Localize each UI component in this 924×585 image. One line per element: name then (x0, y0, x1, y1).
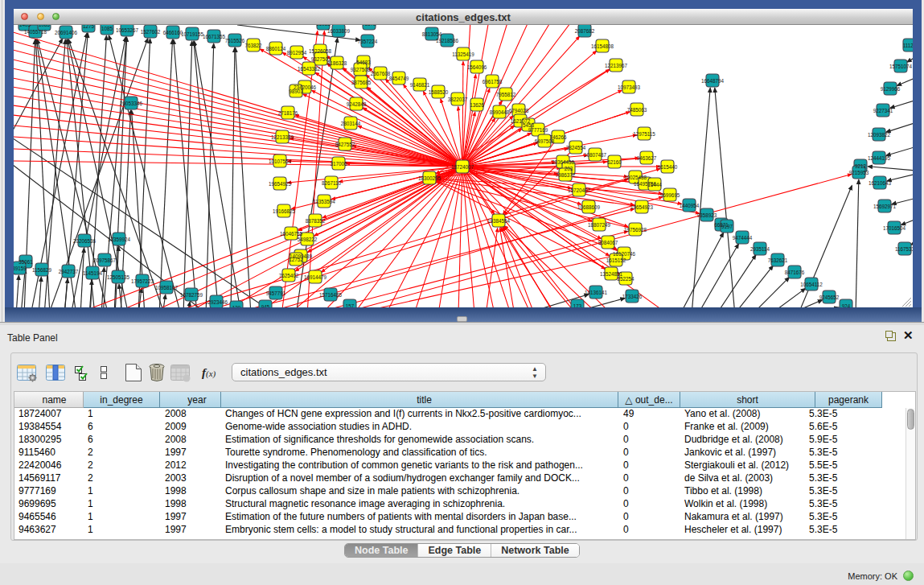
svg-text:39159: 39159 (14, 266, 27, 271)
svg-text:9699695: 9699695 (660, 192, 680, 198)
svg-text:6497508: 6497508 (535, 138, 555, 144)
svg-text:3875685: 3875685 (351, 80, 372, 85)
svg-text:10719155: 10719155 (181, 31, 204, 37)
svg-text:16210643: 16210643 (869, 180, 892, 186)
svg-text:173: 173 (573, 303, 582, 308)
svg-text:9474444: 9474444 (733, 235, 753, 241)
svg-text:15692971: 15692971 (873, 204, 897, 209)
svg-text:62160: 62160 (607, 159, 622, 165)
svg-text:9457791: 9457791 (266, 290, 286, 296)
svg-text:2803144: 2803144 (341, 121, 361, 126)
svg-text:7357224: 7357224 (358, 39, 378, 44)
svg-text:19166825: 19166825 (273, 208, 296, 214)
svg-text:12505135: 12505135 (107, 274, 130, 280)
svg-text:7986372: 7986372 (556, 172, 576, 178)
svg-text:8878352: 8878352 (306, 218, 326, 224)
svg-text:16033809: 16033809 (327, 28, 351, 34)
svg-text:12093822: 12093822 (868, 132, 891, 138)
svg-text:2718176: 2718176 (278, 110, 298, 116)
svg-text:13626: 13626 (470, 102, 484, 108)
svg-text:12752: 12752 (289, 257, 303, 262)
svg-text:9227341: 9227341 (873, 108, 893, 113)
svg-text:54683: 54683 (356, 60, 371, 65)
svg-text:9245652: 9245652 (819, 295, 840, 300)
svg-text:18300295: 18300295 (418, 175, 441, 181)
svg-text:12444195: 12444195 (868, 155, 891, 161)
svg-text:9129966: 9129966 (881, 86, 901, 92)
svg-text:2087682: 2087682 (575, 28, 595, 34)
svg-text:1275: 1275 (83, 25, 95, 29)
svg-text:7515526: 7515526 (225, 38, 245, 43)
svg-text:15751074: 15751074 (889, 64, 913, 69)
svg-text:924: 924 (842, 303, 851, 308)
svg-text:19756928: 19756928 (624, 227, 647, 233)
svg-text:11325419: 11325419 (452, 51, 474, 57)
svg-text:7632621: 7632621 (768, 257, 788, 263)
svg-text:16154808: 16154808 (591, 43, 614, 49)
svg-text:20691406: 20691406 (55, 30, 78, 35)
svg-text:7955812: 7955812 (496, 92, 516, 97)
svg-text:9242848: 9242848 (347, 101, 367, 107)
svg-text:73572: 73572 (362, 25, 376, 27)
svg-text:11121: 11121 (903, 43, 913, 48)
svg-text:1085: 1085 (39, 25, 51, 27)
svg-text:8427552: 8427552 (335, 142, 355, 147)
svg-text:17957223: 17957223 (131, 278, 154, 284)
svg-text:8471676: 8471676 (785, 270, 805, 275)
svg-text:8454749: 8454749 (389, 76, 409, 81)
svg-text:11353594: 11353594 (313, 199, 335, 204)
svg-text:2942737: 2942737 (59, 269, 79, 274)
svg-text:7485063: 7485063 (627, 107, 647, 113)
svg-text:12975115: 12975115 (633, 131, 655, 137)
svg-text:12923446: 12923446 (205, 299, 228, 305)
svg-text:317006: 317006 (330, 161, 347, 167)
svg-text:16648794: 16648794 (701, 78, 725, 84)
svg-text:1085: 1085 (101, 26, 113, 31)
svg-text:9777169: 9777169 (528, 127, 548, 133)
svg-text:252254: 252254 (617, 276, 634, 282)
svg-text:16120746: 16120746 (613, 251, 636, 257)
svg-text:17016504: 17016504 (883, 225, 906, 231)
svg-text:9084067: 9084067 (598, 240, 618, 245)
svg-text:17359924: 17359924 (108, 237, 131, 242)
svg-text:10688609: 10688609 (577, 204, 601, 210)
svg-text:945: 945 (261, 304, 270, 308)
svg-text:20975867: 20975867 (93, 257, 117, 263)
svg-text:19654925: 19654925 (269, 181, 292, 187)
svg-text:15716485: 15716485 (319, 292, 343, 298)
svg-text:1167533: 1167533 (895, 246, 913, 252)
svg-text:12213389: 12213389 (271, 134, 294, 140)
svg-text:8186328: 8186328 (327, 60, 347, 66)
svg-text:98903: 98903 (289, 89, 303, 94)
svg-text:8912954: 8912954 (287, 50, 307, 56)
svg-text:10653267: 10653267 (116, 27, 139, 33)
svg-text:1615152: 1615152 (606, 257, 626, 263)
svg-text:1156829: 1156829 (32, 267, 52, 273)
svg-text:15720407: 15720407 (568, 187, 591, 193)
svg-text:8267110: 8267110 (322, 180, 342, 186)
svg-text:1145194: 1145194 (83, 270, 103, 276)
svg-text:15226058: 15226058 (309, 48, 332, 54)
svg-text:10025488: 10025488 (624, 175, 647, 180)
svg-text:16914479: 16914479 (304, 274, 327, 280)
svg-text:763822: 763822 (244, 43, 262, 48)
svg-text:8860124: 8860124 (266, 46, 286, 51)
svg-text:3822037: 3822037 (448, 97, 468, 102)
svg-text:10973493: 10973493 (618, 84, 641, 90)
svg-text:14136141: 14136141 (585, 290, 608, 295)
svg-text:35061: 35061 (18, 259, 33, 265)
svg-text:2935114: 2935114 (750, 246, 770, 252)
svg-text:10807487: 10807487 (584, 152, 607, 158)
svg-text:1527602: 1527602 (141, 29, 161, 35)
svg-text:10107554: 10107554 (269, 159, 292, 164)
svg-text:203: 203 (565, 166, 573, 171)
svg-text:19384554: 19384554 (487, 218, 511, 224)
svg-text:20053346: 20053346 (120, 101, 143, 106)
svg-text:8813054: 8813054 (422, 31, 442, 37)
svg-text:9197: 9197 (721, 224, 733, 229)
svg-text:16671355: 16671355 (203, 34, 226, 39)
svg-text:16033: 16033 (316, 25, 331, 27)
svg-text:1564096: 1564096 (467, 64, 487, 70)
svg-text:20206536: 20206536 (73, 238, 97, 244)
svg-text:(x): (x) (206, 369, 216, 379)
